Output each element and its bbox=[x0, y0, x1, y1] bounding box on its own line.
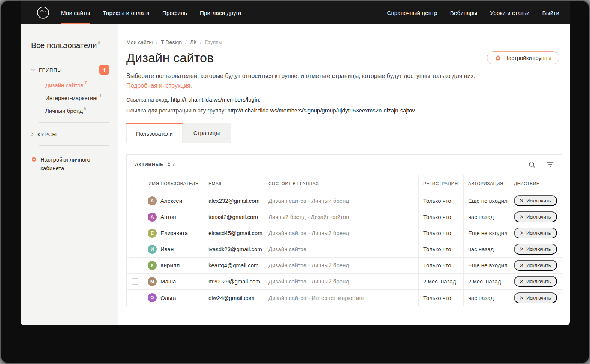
search-button[interactable] bbox=[529, 161, 536, 168]
filter-button[interactable] bbox=[547, 162, 554, 167]
instruction-link[interactable]: Подробная инструкция. bbox=[126, 82, 192, 89]
avatar: И bbox=[148, 245, 157, 254]
nav-item-logout[interactable]: Выйти bbox=[542, 1, 559, 24]
exclude-label: Исключить bbox=[526, 246, 551, 252]
exclude-button[interactable]: Исключить bbox=[514, 276, 557, 287]
row-checkbox[interactable] bbox=[132, 278, 138, 285]
nav-item-invite-friend[interactable]: Пригласи друга bbox=[200, 1, 241, 24]
table-row: ИИван ivasdk23@gmail.com Дизайн сайтов Т… bbox=[127, 241, 562, 258]
sidebar-courses-header[interactable]: КУРСЫ bbox=[31, 132, 109, 137]
tilda-logo[interactable] bbox=[36, 1, 51, 24]
search-icon bbox=[529, 161, 536, 168]
breadcrumb-members-area[interactable]: ЛК bbox=[190, 39, 196, 45]
user-name: Кирилл bbox=[160, 262, 180, 268]
close-icon bbox=[520, 264, 523, 267]
nav-item-profile[interactable]: Профиль bbox=[162, 1, 187, 24]
group-settings-label: Настройки группы bbox=[504, 55, 551, 61]
nav-item-webinars[interactable]: Вебинары bbox=[450, 1, 478, 24]
user-groups: Дизайн сайтов bbox=[264, 241, 419, 257]
exclude-button[interactable]: Исключить bbox=[514, 195, 557, 206]
nav-item-tariffs[interactable]: Тарифы и оплата bbox=[103, 1, 150, 24]
breadcrumb-groups: Группы bbox=[205, 39, 222, 45]
group-settings-button[interactable]: Настройки группы bbox=[487, 51, 559, 64]
user-groups: Дизайн сайтов · Личный бренд bbox=[264, 193, 419, 209]
column-header-authorization: АВТОРИЗАЦИЯ bbox=[464, 175, 509, 193]
nav-item-my-sites[interactable]: Мои сайты bbox=[61, 1, 90, 24]
row-checkbox[interactable] bbox=[132, 262, 138, 268]
registration-time: Только что bbox=[419, 209, 464, 225]
breadcrumb-separator: / bbox=[185, 39, 187, 45]
tab-bar: Пользователи Страницы bbox=[126, 123, 562, 143]
sidebar-groups-header[interactable]: ГРУППЫ bbox=[31, 65, 109, 75]
filter-icon bbox=[547, 162, 554, 167]
user-name: Маша bbox=[160, 278, 176, 285]
user-groups: Личный бренд · Дизайн сайтов bbox=[264, 209, 419, 225]
account-settings-label: Настройки личного кабинета bbox=[40, 156, 106, 172]
users-table-card: АКТИВНЫЕ 7 bbox=[126, 154, 562, 306]
table-toolbar: АКТИВНЫЕ 7 bbox=[127, 155, 562, 175]
user-email: tonssf2@gmail.com bbox=[204, 209, 264, 225]
authorization-time: час назад bbox=[464, 209, 509, 225]
login-link-suffix: . bbox=[259, 96, 261, 103]
main-content: Мои сайты / T Design / ЛК / Группы Дизай… bbox=[118, 24, 570, 325]
column-header-action: ДЕЙСТВИЕ bbox=[509, 175, 562, 193]
nav-item-help-center[interactable]: Справочный центр bbox=[387, 1, 437, 24]
authorization-time: 2 мес. назад bbox=[464, 274, 509, 289]
description-text: Выберите пользователей, которые будут от… bbox=[126, 73, 475, 79]
user-groups: Дизайн сайтов · Личный бренд bbox=[264, 274, 419, 289]
breadcrumb-my-sites[interactable]: Мои сайты bbox=[126, 39, 153, 45]
user-email: alex232@gmail.com bbox=[204, 193, 264, 209]
row-checkbox[interactable] bbox=[132, 295, 138, 301]
breadcrumb-project[interactable]: T Design bbox=[161, 39, 182, 45]
exclude-label: Исключить bbox=[526, 198, 551, 204]
column-header-name: ИМЯ ПОЛЬЗОВАТЕЛЯ bbox=[144, 175, 204, 193]
exclude-button[interactable]: Исключить bbox=[514, 292, 557, 303]
chevron-right-icon bbox=[31, 132, 34, 136]
table-row: ММаша m20029@gmail.com Дизайн сайтов · Л… bbox=[127, 274, 562, 290]
user-groups: Дизайн сайтов · Интернет-маркетинг bbox=[264, 290, 419, 306]
group-label: Личный бренд bbox=[45, 108, 83, 114]
tab-users[interactable]: Пользователи bbox=[126, 123, 183, 143]
close-icon bbox=[520, 215, 523, 219]
tab-pages[interactable]: Страницы bbox=[183, 123, 231, 143]
nav-item-lessons[interactable]: Уроки и статьи bbox=[490, 1, 529, 24]
authorization-time: час назад bbox=[464, 290, 509, 306]
group-count: 1 bbox=[99, 93, 102, 98]
group-count: 5 bbox=[84, 106, 86, 111]
add-group-button[interactable] bbox=[99, 65, 109, 75]
user-email: elsasd45@gmail.com bbox=[204, 225, 264, 241]
exclude-button[interactable]: Исключить bbox=[514, 211, 557, 222]
row-checkbox[interactable] bbox=[132, 246, 138, 252]
avatar: А bbox=[148, 213, 157, 222]
exclude-button[interactable]: Исключить bbox=[514, 228, 557, 238]
exclude-button[interactable]: Исключить bbox=[514, 260, 557, 271]
user-name: Ольга bbox=[160, 295, 176, 301]
signup-link-line: Ссылка для регистрации в эту группу: htt… bbox=[126, 107, 562, 114]
breadcrumb: Мои сайты / T Design / ЛК / Группы bbox=[126, 39, 562, 45]
sidebar-item-group-design[interactable]: Дизайн сайтов7 bbox=[45, 81, 109, 88]
sidebar-all-users[interactable]: Все пользователи9 bbox=[31, 41, 109, 50]
all-users-label: Все пользователи bbox=[31, 41, 97, 49]
select-all-checkbox[interactable] bbox=[132, 181, 138, 187]
user-name: Иван bbox=[160, 246, 174, 252]
group-label: Интернет-маркетинг bbox=[45, 95, 98, 101]
close-icon bbox=[520, 231, 523, 235]
top-nav-bar: Мои сайты Тарифы и оплата Профиль Пригла… bbox=[21, 1, 570, 24]
login-link-url[interactable]: http://t-chair.tilda.ws/members/login bbox=[171, 96, 259, 103]
close-icon bbox=[520, 296, 523, 300]
row-checkbox[interactable] bbox=[132, 198, 138, 204]
signup-link-url[interactable]: http://t-chair.tilda.ws/members/signup/g… bbox=[228, 107, 415, 114]
sidebar-item-account-settings[interactable]: Настройки личного кабинета bbox=[31, 156, 106, 172]
authorization-time: Еще не входил bbox=[464, 225, 509, 241]
row-checkbox[interactable] bbox=[132, 230, 138, 236]
registration-time: Только что bbox=[419, 241, 464, 257]
exclude-label: Исключить bbox=[526, 230, 551, 236]
avatar: М bbox=[148, 277, 157, 286]
sidebar-item-group-marketing[interactable]: Интернет-маркетинг1 bbox=[45, 94, 109, 101]
sidebar-item-group-brand[interactable]: Личный бренд5 bbox=[45, 107, 109, 114]
row-checkbox[interactable] bbox=[132, 214, 138, 220]
nav-left: Мои сайты Тарифы и оплата Профиль Пригла… bbox=[61, 1, 241, 24]
exclude-label: Исключить bbox=[526, 214, 551, 220]
exclude-button[interactable]: Исключить bbox=[514, 244, 557, 255]
sidebar-divider bbox=[39, 145, 109, 146]
